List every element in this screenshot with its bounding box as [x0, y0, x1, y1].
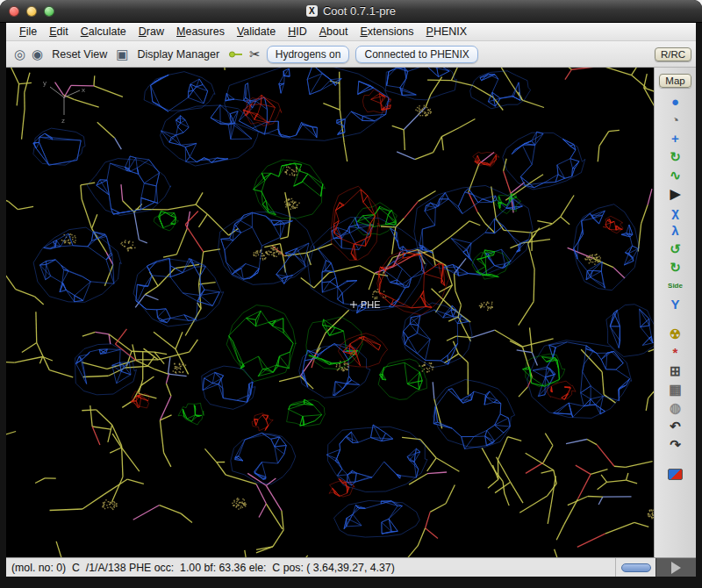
hydrogens-toggle-button[interactable]: Hydrogens on — [267, 46, 350, 63]
key-icon[interactable] — [228, 50, 243, 59]
menu-bar: FileEditCalculateDrawMeasuresValidateHID… — [6, 23, 696, 41]
rrc-button[interactable]: R/RC — [655, 47, 691, 61]
sphere-refine-icon[interactable]: ● — [665, 93, 686, 111]
reset-view-button[interactable]: Reset View — [49, 47, 110, 61]
keyboard-icon[interactable]: ▦ — [665, 381, 686, 398]
display-manager-icon[interactable]: ▣ — [116, 47, 128, 61]
menu-item-draw[interactable]: Draw — [133, 25, 170, 39]
window-content: FileEditCalculateDrawMeasuresValidateHID… — [6, 23, 696, 577]
scissors-icon[interactable]: ✂ — [249, 47, 261, 61]
menu-item-about[interactable]: About — [313, 25, 355, 39]
main-row: Map ●◔+↻∿▶χλ↺↻SideY☢*⊞▦◍↶↷ — [6, 68, 696, 557]
translate-atoms-icon[interactable]: + — [665, 130, 686, 147]
menu-item-measures[interactable]: Measures — [170, 25, 231, 39]
phenix-connection-button[interactable]: Connected to PHENIX — [355, 46, 477, 63]
expand-triangle-icon — [671, 562, 681, 574]
resize-grip[interactable] — [655, 558, 696, 577]
redo-icon[interactable]: ↷ — [665, 436, 686, 454]
mutate-icon[interactable]: Y — [665, 296, 686, 313]
window-title: Coot 0.7.1-pre — [323, 4, 396, 18]
menu-item-file[interactable]: File — [13, 25, 43, 39]
menu-item-edit[interactable]: Edit — [43, 25, 75, 39]
scrollbar-thumb[interactable] — [621, 563, 651, 572]
undo-icon[interactable]: ↶ — [665, 418, 686, 435]
title-area: X Coot 0.7.1-pre — [0, 0, 702, 22]
radiation-icon[interactable]: ☢ — [665, 326, 686, 343]
target-mode-icon[interactable]: ◉ — [32, 47, 43, 61]
play-icon[interactable]: ▶ — [665, 185, 686, 203]
rrc-area: R/RC — [650, 47, 696, 61]
torsion-icon[interactable]: λ — [665, 222, 686, 240]
add-residue-icon[interactable]: ⊞ — [665, 362, 686, 380]
close-button[interactable] — [9, 6, 19, 17]
menu-item-extensions[interactable]: Extensions — [354, 25, 419, 39]
rotate-180-icon[interactable]: ↻ — [665, 259, 686, 276]
clock-icon[interactable]: ◔ — [665, 111, 686, 129]
minimize-button[interactable] — [26, 6, 37, 17]
rotate-translate-icon[interactable]: ↻ — [665, 148, 686, 166]
menu-item-phenix[interactable]: PHENIX — [420, 25, 474, 39]
menu-item-calculate[interactable]: Calculate — [75, 25, 133, 39]
display-manager-button[interactable]: Display Manager — [134, 47, 222, 61]
map-button[interactable]: Map — [659, 74, 691, 88]
mini-scrollbar[interactable] — [615, 558, 655, 577]
side-chain-icon[interactable]: Side — [665, 277, 686, 295]
chi-angles-icon[interactable]: χ — [665, 204, 686, 221]
toolbar-row: ◎ ◉ Reset View ▣ Display Manager ✂ Hydro… — [6, 41, 696, 68]
right-icon-strip: ●◔+↻∿▶χλ↺↻SideY☢*⊞▦◍↶↷ — [665, 93, 686, 483]
menu-item-hid[interactable]: HID — [282, 25, 313, 39]
menu-item-validate[interactable]: Validate — [231, 25, 282, 39]
zoom-button[interactable] — [44, 6, 54, 17]
status-text: (mol. no: 0) C /1/A/138 PHE occ: 1.00 bf… — [6, 558, 615, 577]
window-controls — [9, 6, 54, 17]
main-toolbar: ◎ ◉ Reset View ▣ Display Manager ✂ Hydro… — [6, 46, 650, 63]
display-swatch-icon[interactable] — [668, 469, 683, 480]
x11-icon: X — [306, 5, 318, 17]
orbit-mode-icon[interactable]: ◎ — [14, 47, 25, 61]
title-bar[interactable]: X Coot 0.7.1-pre — [0, 0, 702, 23]
molecular-canvas[interactable] — [6, 68, 654, 557]
map-button-wrap: Map — [659, 72, 691, 88]
eraser-icon[interactable]: ◍ — [665, 399, 686, 417]
coot-window: X Coot 0.7.1-pre FileEditCalculateDrawMe… — [0, 0, 702, 588]
right-toolbar: Map ●◔+↻∿▶χλ↺↻SideY☢*⊞▦◍↶↷ — [654, 68, 696, 557]
atoms-icon[interactable]: * — [665, 344, 686, 362]
rotamer-wave-icon[interactable]: ∿ — [665, 167, 686, 184]
flip-peptide-icon[interactable]: ↺ — [665, 240, 686, 258]
status-bar: (mol. no: 0) C /1/A/138 PHE occ: 1.00 bf… — [6, 557, 696, 577]
